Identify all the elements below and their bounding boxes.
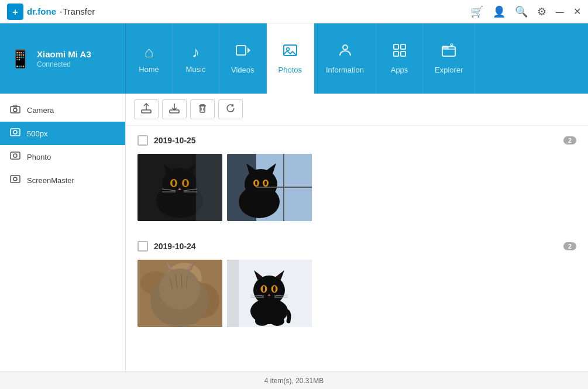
tab-music-label: Music [186,65,206,74]
tab-information-label: Information [326,66,364,74]
date-checkbox-2[interactable] [137,241,148,252]
svg-point-85 [273,286,276,292]
tab-information[interactable]: Information [314,23,376,94]
sidebar: Camera 500px Phonto [0,94,126,371]
sidebar-500px-label: 500px [27,129,47,138]
svg-rect-9 [394,51,398,56]
svg-text:+: + [12,7,18,17]
minimize-button[interactable]: — [556,7,564,16]
sidebar-item-camera[interactable]: Camera [0,98,125,122]
tab-explorer[interactable]: Explorer [423,23,475,94]
account-button[interactable]: 👤 [493,5,506,18]
gear-icon: ⚙ [537,5,546,18]
svg-rect-8 [401,44,405,49]
date-count-1: 2 [563,136,576,144]
import-button[interactable] [162,99,187,119]
tab-photos[interactable]: Photos [267,23,314,94]
tab-home-label: Home [139,65,159,74]
refresh-button[interactable] [218,99,243,119]
date-group-2: 2019-10-24 2 [135,237,579,332]
import-icon [169,102,180,116]
svg-point-5 [286,48,289,51]
search-icon: 🔍 [515,5,528,18]
svg-point-54 [255,181,257,185]
tab-videos-label: Videos [231,66,255,74]
svg-rect-40 [196,154,222,221]
tab-apps-label: Apps [391,66,408,74]
device-icon: 📱 [9,49,31,69]
nav-tabs: ⌂ Home ♪ Music Videos [126,23,588,94]
sidebar-item-500px[interactable]: 500px [0,122,125,145]
export-icon [140,102,152,116]
photo-thumb-3[interactable] [137,260,222,327]
date-checkbox-1[interactable] [137,135,148,146]
statusbar: 4 item(s), 20.31MB [0,371,588,389]
home-icon: ⌂ [145,43,154,61]
tab-music[interactable]: ♪ Music [173,23,219,94]
svg-point-91 [255,316,269,326]
svg-rect-17 [11,129,20,136]
search-button[interactable]: 🔍 [515,5,528,18]
sidebar-item-screenmaster[interactable]: ScreenMaster [0,168,125,192]
app-logo: + dr.fone -Transfer [7,4,95,20]
svg-point-37 [173,180,176,186]
photo-thumb-4[interactable] [227,260,312,327]
tab-apps[interactable]: Apps [376,23,423,94]
content-area: 2019-10-25 2 [126,94,588,371]
date-label-2: 2019-10-24 [154,242,196,251]
titlebar-right: 🛒 👤 🔍 ⚙ — ✕ [470,5,581,18]
sidebar-camera-label: Camera [27,106,54,115]
status-text: 4 item(s), 20.31MB [264,377,324,385]
settings-button[interactable]: ⚙ [537,5,546,18]
svg-rect-2 [236,46,246,55]
500px-icon [9,128,21,139]
photo-area: 2019-10-25 2 [126,126,588,371]
svg-rect-27 [200,106,205,112]
videos-icon [235,43,250,62]
photos-icon [283,43,298,62]
svg-point-55 [264,181,267,185]
music-icon: ♪ [192,43,200,61]
date-header-1[interactable]: 2019-10-25 2 [135,132,579,149]
svg-marker-3 [247,47,250,53]
svg-point-92 [270,316,284,326]
svg-point-20 [13,154,17,157]
camera-icon [9,104,21,116]
device-panel: 📱 Xiaomi Mi A3 Connected [0,23,126,94]
svg-point-38 [184,180,187,186]
refresh-icon [225,102,236,116]
photo-thumb-2[interactable] [227,154,312,221]
app-name: dr.fone [27,6,56,16]
cart-icon: 🛒 [470,5,483,18]
delete-button[interactable] [190,99,215,119]
date-count-2: 2 [563,242,576,250]
date-label-1: 2019-10-25 [154,136,196,145]
screenmaster-icon [9,174,21,186]
svg-rect-7 [394,44,398,49]
tab-explorer-label: Explorer [435,66,463,74]
apps-icon [392,43,407,62]
main-layout: Camera 500px Phonto [0,94,588,371]
photos-grid-1 [135,149,579,226]
close-button[interactable]: ✕ [573,6,581,17]
titlebar: + dr.fone -Transfer 🛒 👤 🔍 ⚙ — ✕ [0,0,588,23]
tab-home[interactable]: ⌂ Home [126,23,173,94]
delete-icon [197,102,208,116]
svg-point-6 [343,45,348,50]
export-button[interactable] [134,99,159,119]
svg-rect-23 [142,110,151,113]
photo-thumb-1[interactable] [137,154,222,221]
date-header-2[interactable]: 2019-10-24 2 [135,237,579,255]
svg-rect-21 [11,175,20,183]
date-group-1: 2019-10-25 2 [135,132,579,226]
sidebar-item-phonto[interactable]: Phonto [0,145,125,168]
logo-icon: + [7,4,23,20]
device-name: Xiaomi Mi A3 [37,49,91,59]
close-icon: ✕ [573,6,581,17]
svg-rect-19 [11,152,20,159]
tab-videos[interactable]: Videos [219,23,267,94]
sidebar-phonto-label: Phonto [27,153,51,161]
minimize-icon: — [556,7,564,16]
cart-button[interactable]: 🛒 [470,5,483,18]
svg-point-77 [253,276,285,305]
